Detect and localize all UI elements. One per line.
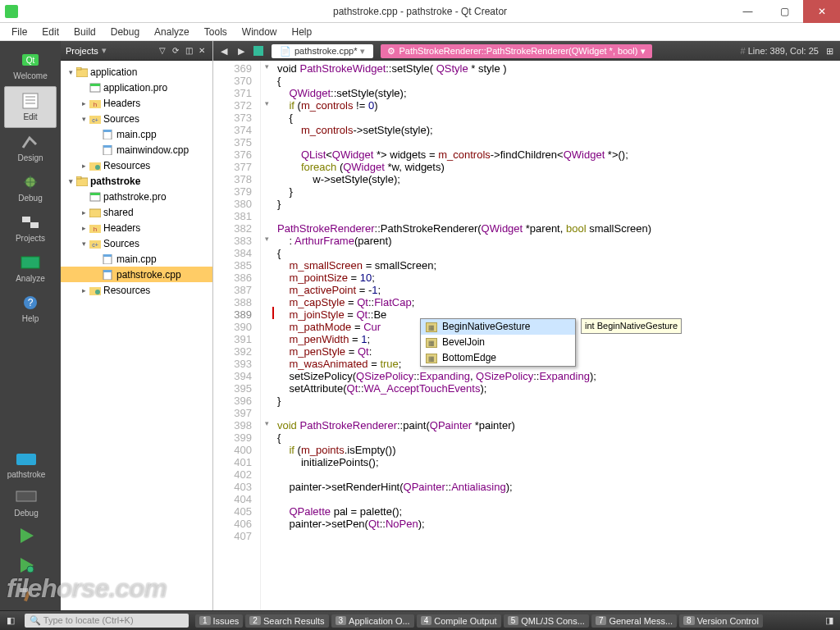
tree-item[interactable]: ▾c+Sources: [61, 235, 212, 251]
node-icon: [89, 207, 102, 218]
tree-item[interactable]: ▸shared: [61, 204, 212, 220]
twisty-icon[interactable]: ▾: [66, 68, 75, 76]
editor-area: ◀ ▶ 📄 pathstroke.cpp* ▾ ⚙ PathStrokeRend…: [213, 41, 840, 610]
kit-selector[interactable]: pathstroke: [0, 445, 52, 483]
build-config[interactable]: Debug: [0, 483, 52, 522]
mode-help[interactable]: ?Help: [4, 289, 57, 329]
twisty-icon[interactable]: ▸: [79, 224, 89, 232]
menu-tools[interactable]: Tools: [198, 25, 234, 39]
node-label: main.cpp: [116, 129, 157, 140]
filter-icon[interactable]: ▽: [157, 45, 168, 57]
mode-debug[interactable]: Debug: [4, 168, 57, 208]
editor-tab[interactable]: 📄 pathstroke.cpp* ▾: [272, 44, 373, 58]
menu-help[interactable]: Help: [285, 25, 319, 39]
kit-project-label: pathstroke: [0, 470, 52, 479]
back-button[interactable]: ◀: [217, 43, 231, 58]
completion-popup[interactable]: ▦BeginNativeGesture▦BevelJoin▦BottomEdge: [420, 318, 576, 367]
node-icon: c+: [89, 113, 102, 125]
output-close-icon[interactable]: ◨: [822, 614, 837, 628]
tree-item[interactable]: ▸hHeaders: [61, 95, 212, 111]
node-icon: h: [89, 222, 102, 234]
code-editor[interactable]: 369 370 371 372 373 374 375 376 377 378 …: [213, 61, 840, 610]
debug-run-button[interactable]: [0, 551, 52, 581]
sync-icon[interactable]: ⟳: [170, 45, 181, 57]
output-pane-4[interactable]: 4Compile Output: [417, 614, 501, 628]
close-button[interactable]: ✕: [803, 0, 840, 23]
pane-number: 2: [249, 616, 261, 625]
output-pane-7[interactable]: 7General Mess...: [591, 614, 677, 628]
menu-edit[interactable]: Edit: [35, 25, 66, 39]
enum-icon: ▦: [426, 322, 437, 332]
output-pane-3[interactable]: 3Application O...: [331, 614, 414, 628]
output-pane-8[interactable]: 8Version Control: [679, 614, 763, 628]
run-button[interactable]: [0, 522, 52, 551]
node-label: Sources: [103, 113, 139, 125]
mode-analyze[interactable]: Analyze: [4, 249, 57, 289]
enum-icon: ▦: [426, 338, 437, 348]
source-text[interactable]: void PathStrokeWidget::setStyle( QStyle …: [272, 61, 840, 610]
menu-build[interactable]: Build: [67, 25, 103, 39]
output-pane-5[interactable]: 5QML/JS Cons...: [504, 614, 589, 628]
pane-label: Application O...: [349, 616, 410, 626]
tree-item[interactable]: ▾pathstroke: [61, 173, 212, 189]
twisty-icon[interactable]: ▸: [79, 99, 89, 107]
completion-item[interactable]: ▦BottomEdge: [421, 350, 575, 366]
pane-number: 8: [683, 616, 695, 625]
output-pane-2[interactable]: 2Search Results: [245, 614, 328, 628]
toggle-sidebar-icon[interactable]: ◧: [3, 614, 18, 628]
menu-analyze[interactable]: Analyze: [148, 25, 196, 39]
tree-item[interactable]: main.cpp: [61, 251, 212, 267]
bookmark-icon[interactable]: [251, 43, 266, 58]
twisty-icon[interactable]: ▾: [66, 177, 75, 185]
tree-item[interactable]: ▸hHeaders: [61, 220, 212, 235]
pane-label: General Mess...: [609, 616, 673, 626]
symbol-crumb[interactable]: ⚙ PathStrokeRenderer::PathStrokeRenderer…: [381, 44, 652, 58]
maximize-button[interactable]: ▢: [766, 0, 803, 23]
tree-item[interactable]: pathstroke.cpp: [61, 267, 212, 282]
tree-item[interactable]: ▸Resources: [61, 158, 212, 173]
node-icon: [102, 144, 115, 156]
twisty-icon[interactable]: ▸: [79, 208, 89, 217]
output-pane-1[interactable]: 1Issues: [195, 614, 243, 628]
twisty-icon[interactable]: ▾: [79, 115, 89, 123]
completion-item[interactable]: ▦BevelJoin: [421, 335, 575, 350]
twisty-icon[interactable]: ▸: [79, 162, 89, 170]
menu-debug[interactable]: Debug: [104, 25, 146, 39]
tree-item[interactable]: ▾c+Sources: [61, 111, 212, 126]
node-icon: c+: [89, 238, 102, 249]
tree-item[interactable]: pathstroke.pro: [61, 189, 212, 204]
mode-label: Welcome: [4, 71, 57, 80]
tree-item[interactable]: ▾application: [61, 64, 212, 80]
forward-button[interactable]: ▶: [234, 43, 249, 58]
twisty-icon[interactable]: ▾: [79, 240, 89, 248]
mode-icon: [17, 91, 43, 111]
svg-point-34: [95, 165, 100, 170]
node-label: application: [90, 66, 137, 78]
tree-item[interactable]: ▸Resources: [61, 282, 212, 298]
node-icon: [89, 191, 102, 203]
menu-window[interactable]: Window: [235, 25, 284, 39]
close-panel-icon[interactable]: ✕: [196, 45, 208, 57]
node-icon: [102, 253, 115, 265]
fold-gutter[interactable]: ▾ ▾ ▾ ▾: [261, 61, 272, 610]
hammer-icon: [13, 585, 39, 605]
minimize-button[interactable]: —: [729, 0, 766, 23]
split-icon[interactable]: ◫: [183, 45, 194, 57]
build-button[interactable]: [0, 581, 52, 610]
mode-projects[interactable]: Projects: [4, 208, 57, 249]
mode-welcome[interactable]: QtWelcome: [4, 46, 57, 86]
pane-label: Version Control: [697, 616, 759, 626]
locator-input[interactable]: 🔍 Type to locate (Ctrl+K): [25, 614, 189, 628]
mode-design[interactable]: Design: [4, 128, 57, 168]
twisty-icon[interactable]: ▸: [79, 286, 89, 294]
mode-label: Edit: [5, 112, 56, 121]
completion-item[interactable]: ▦BeginNativeGesture: [421, 319, 575, 335]
mode-edit[interactable]: Edit: [4, 86, 57, 128]
play-icon: [13, 526, 39, 546]
svg-rect-22: [76, 67, 81, 70]
tree-item[interactable]: main.cpp: [61, 126, 212, 142]
menu-file[interactable]: File: [5, 25, 34, 39]
project-tree[interactable]: ▾applicationapplication.pro▸hHeaders▾c+S…: [61, 61, 212, 610]
tree-item[interactable]: mainwindow.cpp: [61, 142, 212, 158]
tree-item[interactable]: application.pro: [61, 80, 212, 95]
